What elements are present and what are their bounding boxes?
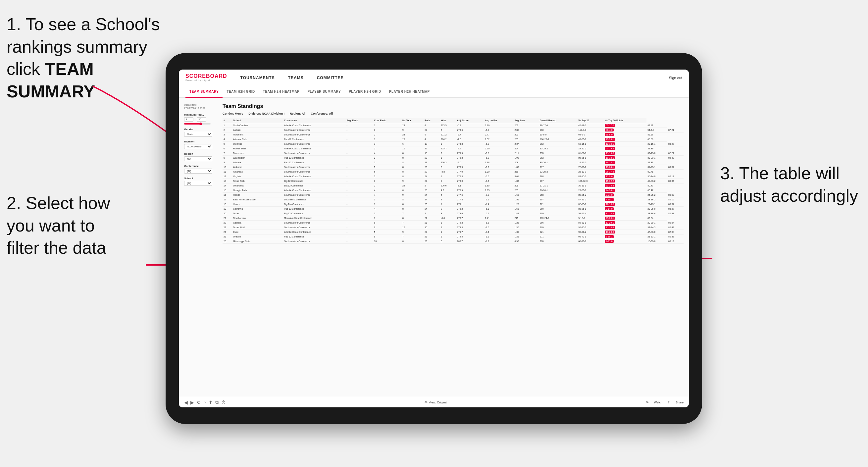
view-original-label[interactable]: View: Original [429,401,447,404]
instruction-3-line1: 3. The table will [720,164,839,183]
forward-btn[interactable]: ▶ [190,400,194,405]
tab-player-summary[interactable]: PLAYER SUMMARY [303,86,345,98]
table-row: 8WashingtonPac-12 Conference-28231276.3-… [222,156,684,160]
col-avg-rank: Avg. Rank [345,118,373,123]
table-conference-filter: Conference: All [311,112,333,115]
region-filter: Region N/A [184,152,217,161]
toolbar-left: ◀ ▶ ↻ ⌂ ⬆ ⧉ ⏱ [184,399,226,405]
table-title: Team Standings [222,103,684,109]
tab-player-h2h-heatmap[interactable]: PLAYER H2H HEATMAP [385,86,434,98]
table-row: 22GeorgiaSoutheastern Conference-8721127… [222,221,684,225]
table-row: 9ArizonaPac-12 Conference-2823276.3-4.61… [222,160,684,165]
table-row: 10AlabamaSoutheastern Conference-5823327… [222,165,684,169]
division-filter: Division NCAA Division I [184,140,217,149]
instruction-2-line2: you want to [7,216,95,235]
table-row: 15Georgia TechAtlantic Coast Conference-… [222,188,684,193]
min-rounds-input[interactable] [184,117,193,122]
table-row: 4Arizona StatePac-12 Conference-1264274.… [222,137,684,142]
col-avg-low: Avg. Low [513,118,539,123]
tablet: SCOREBOARD Powered by clippd TOURNAMENTS… [165,53,702,424]
region-select[interactable]: N/A [184,156,212,161]
table-division-filter: Division: NCAA Division I [248,112,284,115]
table-row: 23Texas A&MSoutheastern Conference-91030… [222,225,684,230]
share-btn-left[interactable]: ⬆ [209,400,213,405]
gender-select[interactable]: Men's [184,132,212,137]
tab-player-h2h-grid[interactable]: PLAYER H2H GRID [345,86,385,98]
table-row: 26Mississippi StateSoutheastern Conferen… [222,239,684,244]
col-overall-record: Overall Record [539,118,577,123]
table-row: 18IllinoisBig Ten Conference-18231279.1-… [222,202,684,207]
tablet-screen: SCOREBOARD Powered by clippd TOURNAMENTS… [179,69,689,407]
minimum-rounds-filter: Minimum Rou... - [184,113,217,125]
table-row: 13Texas TechBig 12 Conference-19272276.0… [222,179,684,184]
table-row: 3VanderbiltSoutheastern Conference-22352… [222,132,684,137]
table-row: 24DukeAtlantic Coast Conference-59271279… [222,230,684,235]
col-no-tour: No Tour [401,118,424,123]
table-row: 2AuburnSoutheastern Conference-19276273.… [222,128,684,132]
table-region-filter: Region: All [290,112,306,115]
filter-row-rounds: - [184,117,217,122]
rounds-slider[interactable] [184,123,211,125]
nav-teams[interactable]: TEAMS [288,74,304,82]
back-btn[interactable]: ◀ [184,400,188,405]
reload-btn[interactable]: ↻ [197,400,201,405]
instruction-2-line3: filter the data [7,238,106,257]
table-area: Team Standings Gender: Men's Division: N… [222,103,684,392]
table-row: 6Florida StateAtlantic Coast Conference-… [222,146,684,151]
division-select[interactable]: NCAA Division I [184,144,212,149]
watch-icon: 👁 [646,401,649,404]
filter-panel: Update time: 27/03/2024 16:56:26 Minimum… [184,103,217,392]
school-select[interactable]: (All) [184,181,212,186]
table-row: 16FloridaSoutheastern Conference-7924427… [222,193,684,197]
bottom-toolbar: ◀ ▶ ↻ ⌂ ⬆ ⧉ ⏱ 👁 View: Original 👁 Watch ⬆… [179,397,689,407]
table-row: 25OregonPac-12 Conference-97219279.5-1.1… [222,235,684,239]
table-row: 12VirginiaAtlantic Coast Conference-3824… [222,174,684,179]
app-header: SCOREBOARD Powered by clippd TOURNAMENTS… [179,69,689,86]
view-original-icon: 👁 [425,401,428,404]
table-filters-row: Gender: Men's Division: NCAA Division I … [222,112,684,115]
table-row: 17East Tennessee StateSouthern Conferenc… [222,197,684,202]
tab-team-summary[interactable]: TEAM SUMMARY [185,86,222,98]
share-label[interactable]: Share [676,401,684,404]
col-adj-score: Adj. Score [456,118,484,123]
col-vs-top-50: Vs Top 50 Points [604,118,646,123]
instruction-3-line2: adjust accordingly [720,186,858,205]
update-time: Update time: 27/03/2024 16:56:26 [184,103,217,110]
school-filter: School (All) [184,177,217,186]
share-icon: ⬆ [668,401,670,404]
tab-team-h2h-grid[interactable]: TEAM H2H GRID [222,86,259,98]
toolbar-center: 👁 View: Original [425,401,447,404]
max-rounds-input[interactable] [197,117,206,122]
instruction-2-line1: 2. Select how [7,193,110,213]
nav-committee[interactable]: COMMITTEE [317,74,344,82]
table-row: 5Ole MissSoutheastern Conference-3618127… [222,142,684,146]
table-row: 19CaliforniaPac-12 Conference-48242278.2… [222,207,684,211]
conference-filter: Conference (All) [184,165,217,174]
table-row: 14OklahomaBig 12 Conference-2242276.6-3.… [222,184,684,188]
main-content: Update time: 27/03/2024 16:56:26 Minimum… [179,98,689,397]
nav-items: TOURNAMENTS TEAMS COMMITTEE [241,74,656,82]
table-body: 1North CarolinaAtlantic Coast Conference… [222,123,684,244]
instruction-3: 3. The table will adjust accordingly [720,162,858,207]
col-conf-rank: Conf Rank [373,118,401,123]
logo-text: SCOREBOARD [185,73,227,79]
watch-label[interactable]: Watch [654,401,662,404]
col-avg-par: Avg. to Par [484,118,514,123]
table-row: 20TexasBig 12 Conference-3778278.6-0.71.… [222,211,684,216]
nav-tournaments[interactable]: TOURNAMENTS [241,74,275,82]
tab-team-h2h-heatmap[interactable]: TEAM H2H HEATMAP [259,86,304,98]
table-scroll-container[interactable]: # School Conference Avg. Rank Conf Rank … [222,118,684,392]
toolbar-right: 👁 Watch ⬆ Share [646,401,684,404]
col-wins: Wins [440,118,456,123]
clock-btn[interactable]: ⏱ [221,400,226,405]
table-row: 1North CarolinaAtlantic Coast Conference… [222,123,684,128]
conference-select[interactable]: (All) [184,168,212,174]
standings-table: # School Conference Avg. Rank Conf Rank … [222,118,684,244]
home-btn[interactable]: ⌂ [203,400,206,405]
table-row: 21New MexicoMountain West Conference-182… [222,216,684,221]
sub-nav: TEAM SUMMARY TEAM H2H GRID TEAM H2H HEAT… [179,86,689,98]
col-rank: # [222,118,232,123]
sign-out-link[interactable]: Sign out [669,76,682,80]
copy-btn[interactable]: ⧉ [215,399,219,405]
instruction-2: 2. Select how you want to filter the dat… [7,192,110,259]
